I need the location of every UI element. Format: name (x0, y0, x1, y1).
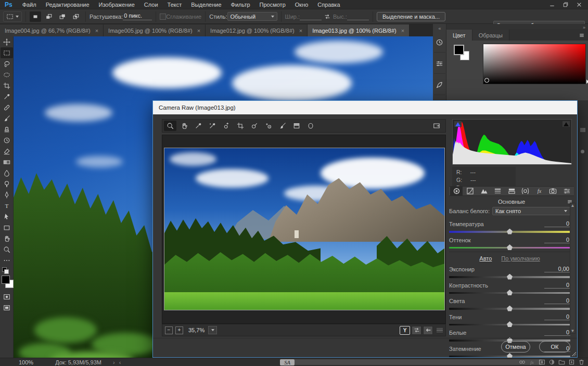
menu-item[interactable]: Редактирование (41, 2, 94, 8)
cr-hand-tool[interactable] (178, 121, 190, 131)
slider-track[interactable] (449, 324, 570, 326)
close-button[interactable] (573, 1, 585, 8)
spot-healing-tool[interactable] (1, 102, 13, 113)
swap-before-after-button[interactable] (412, 326, 421, 335)
cr-adjustment-brush-tool[interactable] (276, 121, 289, 131)
eraser-tool[interactable] (1, 146, 13, 156)
slider-thumb[interactable] (507, 229, 513, 234)
default-link[interactable]: По умолчанию (501, 255, 540, 262)
blur-tool[interactable] (1, 167, 13, 178)
cr-tab-presets[interactable] (560, 187, 573, 195)
cr-tab-calibration[interactable] (547, 187, 559, 195)
collapse-panels-button[interactable]: « (433, 26, 446, 31)
cr-tab-lens[interactable] (519, 187, 532, 195)
restore-button[interactable] (560, 1, 571, 8)
cr-tab-tone-curve[interactable] (464, 187, 477, 195)
collapsed-panel-history[interactable] (434, 35, 445, 53)
slider-thumb[interactable] (507, 244, 513, 250)
slider-value[interactable]: 0 (544, 297, 570, 304)
new-layer-button[interactable] (568, 359, 575, 365)
preview-settings-icon[interactable] (437, 328, 443, 333)
cr-targeted-adjustment-tool[interactable] (220, 121, 233, 131)
highlight-clipping-indicator[interactable] (563, 121, 570, 127)
menu-item[interactable]: Файл (18, 2, 41, 8)
saturation-picker[interactable] (483, 44, 586, 84)
gradient-tool[interactable] (1, 156, 13, 167)
close-tab-icon[interactable]: × (299, 28, 302, 34)
document-tab[interactable]: Image005.jpg @ 100% (RGB/8#) × (104, 24, 206, 36)
foreground-color-swatch[interactable] (2, 276, 10, 284)
zoom-tool[interactable] (1, 244, 13, 255)
slider-value[interactable]: 0 (544, 313, 570, 320)
adjustment-layer-button[interactable] (548, 359, 555, 365)
tool-preset-picker[interactable] (3, 11, 22, 22)
cr-tab-detail[interactable] (478, 187, 490, 195)
panel-tab[interactable]: Образцы (472, 30, 509, 41)
cr-spot-removal-tool[interactable] (248, 121, 261, 131)
select-and-mask-button[interactable]: Выделение и маска... (377, 12, 445, 21)
slider-track[interactable] (449, 276, 570, 278)
cr-radial-filter-tool[interactable] (304, 121, 317, 131)
intersect-selection-button[interactable] (70, 11, 82, 22)
path-selection-tool[interactable] (1, 211, 13, 222)
cr-tab-hsl[interactable] (492, 187, 504, 195)
layer-style-button[interactable]: fx (528, 359, 535, 365)
new-selection-button[interactable] (30, 11, 41, 22)
zoom-level-select[interactable]: 35,7% (188, 326, 217, 334)
new-group-button[interactable] (558, 359, 565, 365)
zoom-level[interactable]: 100% (19, 359, 33, 365)
cr-tab-split-toning[interactable] (505, 187, 518, 195)
slider-thumb[interactable] (507, 290, 513, 295)
slider-thumb[interactable] (507, 274, 513, 280)
slider-track[interactable] (449, 292, 570, 294)
quick-mask-button[interactable] (1, 291, 13, 302)
foreground-color-swatch[interactable] (454, 45, 464, 55)
edit-toolbar-button[interactable] (1, 255, 13, 266)
close-tab-icon[interactable]: × (401, 28, 404, 34)
history-brush-tool[interactable] (1, 135, 13, 146)
zoom-out-button[interactable]: − (165, 326, 173, 334)
cr-tab-effects[interactable]: fx (533, 187, 545, 195)
document-tab[interactable]: Image004.jpg @ 66,7% (RGB/8#) × (0, 24, 104, 36)
slider-value[interactable]: 0,00 (544, 266, 570, 272)
menu-item[interactable]: Выделение (186, 2, 226, 8)
menu-item[interactable]: Справка (313, 2, 344, 8)
menu-item[interactable]: Окно (290, 2, 313, 8)
slider-value[interactable]: 0 (544, 282, 570, 289)
slider-thumb[interactable] (507, 321, 513, 327)
auto-link[interactable]: Авто (479, 255, 492, 262)
cr-zoom-tool[interactable] (164, 121, 176, 131)
add-mask-button[interactable] (538, 359, 545, 365)
cancel-button[interactable]: Отмена (501, 341, 530, 352)
menu-item[interactable]: Фильтр (226, 2, 255, 8)
zoom-in-button[interactable]: + (175, 326, 183, 334)
feather-input[interactable]: 0 пикс. (123, 12, 152, 20)
brush-tool[interactable] (1, 113, 13, 124)
crop-tool[interactable] (1, 80, 13, 91)
status-arrow-left[interactable]: ‹ (119, 359, 121, 365)
panel-menu-icon[interactable] (579, 32, 585, 38)
shadow-clipping-indicator[interactable] (454, 121, 462, 127)
slider-thumb[interactable] (507, 306, 513, 311)
link-layers-button[interactable] (518, 359, 526, 365)
menu-item[interactable]: Слои (139, 2, 163, 8)
pen-tool[interactable] (1, 189, 13, 200)
copy-settings-button[interactable] (423, 326, 433, 335)
status-arrow-right[interactable]: › (113, 359, 115, 365)
type-tool[interactable]: T (1, 200, 13, 211)
object-selection-tool[interactable] (1, 69, 13, 80)
minimize-button[interactable] (546, 1, 558, 8)
default-colors-control[interactable] (1, 267, 13, 273)
height-input[interactable] (347, 12, 369, 20)
move-tool[interactable] (1, 36, 13, 47)
dialog-title-bar[interactable]: Camera Raw (Image013.jpg) (153, 101, 577, 114)
cr-white-balance-tool[interactable] (192, 121, 204, 131)
horizontal-scrollbar-thumb[interactable] (289, 359, 543, 365)
menu-item[interactable]: Текст (163, 2, 187, 8)
marquee-tool[interactable] (1, 47, 13, 58)
hand-tool[interactable] (1, 233, 13, 244)
swap-dimensions-button[interactable] (324, 13, 331, 20)
eyedropper-tool[interactable] (1, 91, 13, 102)
dodge-tool[interactable] (1, 178, 13, 189)
resize-grip[interactable] (572, 352, 576, 356)
